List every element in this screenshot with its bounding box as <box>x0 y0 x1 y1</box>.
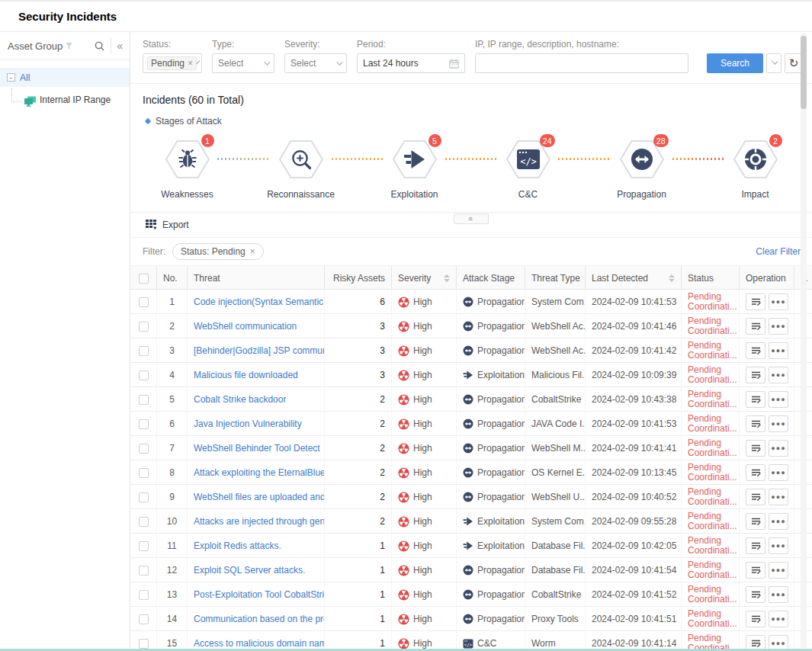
threat-link[interactable]: Malicious file downloaded <box>194 370 298 380</box>
filter-chip-status-pending[interactable]: Status: Pending × <box>172 243 264 260</box>
more-actions-button[interactable]: ●●● <box>769 293 788 310</box>
more-actions-button[interactable]: ●●● <box>769 464 788 481</box>
attack-stage-node[interactable]: Reconnaissance <box>244 140 358 200</box>
type-select[interactable]: Select <box>212 53 274 73</box>
coordinate-button[interactable] <box>746 611 765 627</box>
row-checkbox[interactable] <box>139 566 149 576</box>
row-checkbox[interactable] <box>139 614 149 624</box>
threat-link[interactable]: Exploit SQL Server attacks. <box>194 565 305 576</box>
row-checkbox[interactable] <box>139 492 149 502</box>
more-actions-button[interactable]: ●●● <box>769 611 788 627</box>
row-number: 7 <box>156 436 187 460</box>
threat-link[interactable]: Java Injection Vulnerability <box>194 418 302 429</box>
status-line1: Pending <box>688 341 721 351</box>
coordinate-button[interactable] <box>746 367 765 383</box>
row-checkbox[interactable] <box>139 297 149 307</box>
threat-link[interactable]: Cobalt Strike backdoor <box>194 394 286 405</box>
coordinate-button[interactable] <box>746 464 765 481</box>
coordinate-button[interactable] <box>746 440 765 457</box>
row-checkbox[interactable] <box>139 468 149 478</box>
more-actions-button[interactable]: ●●● <box>769 440 788 457</box>
more-actions-button[interactable]: ●●● <box>769 391 788 408</box>
tree-expander-icon[interactable]: - <box>7 73 15 82</box>
coordinate-button[interactable] <box>746 391 765 408</box>
stages-of-attack-heading[interactable]: Stages of Attack <box>156 116 222 127</box>
period-picker[interactable]: Last 24 hours <box>357 53 465 73</box>
coordinate-button[interactable] <box>746 342 765 359</box>
col-attack-stage: Attack Stage <box>456 266 525 290</box>
threat-link[interactable]: Attacks are injected through gen... <box>194 516 324 527</box>
status-line2: Coordinati... <box>688 497 737 508</box>
more-actions-button[interactable]: ●●● <box>769 367 788 383</box>
coordinate-button[interactable] <box>746 318 765 335</box>
threat-link[interactable]: Communication based on the pro... <box>194 614 324 624</box>
attack-stage-node[interactable]: 5 Exploitation <box>358 140 471 200</box>
more-actions-button[interactable]: ●●● <box>769 415 788 432</box>
row-checkbox[interactable] <box>139 346 149 356</box>
threat-link[interactable]: WebShell communication <box>194 321 297 332</box>
row-checkbox[interactable] <box>139 444 149 454</box>
coordinate-button[interactable] <box>746 489 765 505</box>
more-actions-button[interactable]: ●●● <box>769 586 788 603</box>
more-actions-button[interactable]: ●●● <box>769 562 788 579</box>
remove-status-tag-icon[interactable]: × <box>188 58 193 69</box>
search-icon[interactable] <box>95 41 104 51</box>
status-select[interactable]: Pending × <box>143 53 202 73</box>
tree-item-internal-ip-range[interactable]: Internal IP Range <box>0 88 130 109</box>
more-actions-button[interactable]: ●●● <box>769 513 788 530</box>
collapse-stages-button[interactable]: « <box>454 213 489 224</box>
threat-link[interactable]: Code injection(Syntax Semantic A... <box>194 297 324 307</box>
row-checkbox[interactable] <box>139 370 149 380</box>
coordinate-button[interactable] <box>746 415 765 432</box>
table-row: 13 Post-Exploitation Tool CobaltStrik...… <box>130 582 812 607</box>
attack-stage-node[interactable]: 2 Impact <box>698 140 812 200</box>
clear-filter-link[interactable]: Clear Filter <box>756 246 801 257</box>
attack-stage-label: Propagation <box>477 589 525 600</box>
table-row: 2 WebShell communication 3 High Propagat… <box>130 314 812 338</box>
row-checkbox[interactable] <box>139 639 149 649</box>
more-actions-button[interactable]: ●●● <box>769 537 788 554</box>
sort-last-detected-icon[interactable] <box>669 274 675 282</box>
coordinate-button[interactable] <box>746 562 765 579</box>
export-button[interactable]: Export <box>162 220 189 230</box>
more-actions-button[interactable]: ●●● <box>769 342 788 359</box>
row-checkbox[interactable] <box>139 517 149 527</box>
severity-select[interactable]: Select <box>284 53 347 73</box>
threat-link[interactable]: Attack exploiting the EternalBlue ... <box>194 467 324 478</box>
coordinate-button[interactable] <box>746 537 765 554</box>
coordinate-button[interactable] <box>746 513 765 530</box>
row-checkbox[interactable] <box>139 590 149 600</box>
more-actions-button[interactable]: ●●● <box>769 489 788 505</box>
attack-stage-node[interactable]: </> 24 C&C <box>471 140 585 200</box>
funnel-icon[interactable] <box>66 43 72 50</box>
remove-chip-icon[interactable]: × <box>250 246 255 257</box>
row-checkbox[interactable] <box>139 541 149 551</box>
search-button[interactable]: Search <box>707 53 763 73</box>
row-checkbox[interactable] <box>139 322 149 332</box>
coordinate-button[interactable] <box>746 293 765 310</box>
attack-stage-cell: Propagation <box>456 436 525 460</box>
stage-label: Impact <box>741 189 769 200</box>
sort-severity-icon[interactable] <box>444 274 450 282</box>
row-checkbox[interactable] <box>139 395 149 405</box>
threat-link[interactable]: WebShell Behinder Tool Detect <box>194 443 320 454</box>
row-checkbox[interactable] <box>139 419 149 429</box>
threat-link[interactable]: Post-Exploitation Tool CobaltStrik... <box>194 589 324 600</box>
search-options-button[interactable] <box>766 53 782 73</box>
threat-link[interactable]: [Behinder|Godzilla] JSP communi... <box>194 345 324 356</box>
tree-item-all[interactable]: - All <box>0 68 130 87</box>
keyword-input[interactable] <box>481 58 682 69</box>
select-all-checkbox[interactable] <box>139 274 149 284</box>
threat-link[interactable]: Exploit Redis attacks. <box>194 540 281 551</box>
scrollbar-thumb[interactable] <box>801 36 807 109</box>
collapse-sidebar-icon[interactable]: « <box>117 40 130 52</box>
stage-label: Exploitation <box>390 189 438 200</box>
coordinate-button[interactable] <box>746 586 765 603</box>
high-severity-icon <box>398 321 409 332</box>
attack-stage-node[interactable]: 1 Weaknesses <box>130 140 244 200</box>
attack-stage-node[interactable]: 28 Propagation <box>585 140 698 200</box>
operation-cell: ●●● <box>739 363 794 387</box>
threat-link[interactable]: WebShell files are uploaded and ... <box>194 492 324 502</box>
more-actions-button[interactable]: ●●● <box>769 318 788 335</box>
threat-link[interactable]: Access to malicious domain nam... <box>194 638 324 649</box>
